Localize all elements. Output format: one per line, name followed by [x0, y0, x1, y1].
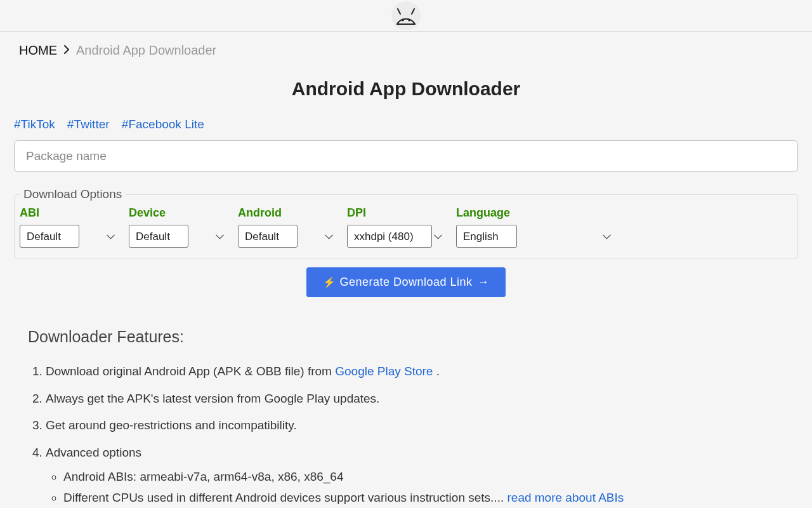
hashtag-facebooklite[interactable]: #Facebook Lite — [122, 117, 204, 131]
arrow-right-icon: → — [478, 276, 490, 289]
google-play-store-link[interactable]: Google Play Store — [335, 364, 433, 378]
breadcrumb-home[interactable]: HOME — [19, 43, 57, 58]
features-heading: Downloader Features: — [28, 328, 784, 346]
feature-item: Advanced options Android ABIs: armeabi-v… — [46, 444, 784, 507]
feature-item: Get around geo-restrictions and incompat… — [46, 417, 784, 435]
lightning-icon: ⚡ — [323, 276, 336, 288]
option-label: Language — [456, 206, 616, 220]
breadcrumb: HOME Android App Downloader — [14, 32, 798, 69]
option-col-language: LanguageEnglish — [456, 206, 616, 248]
download-options-fieldset: Download Options ABIDefaultDeviceDefault… — [14, 187, 798, 258]
option-select-abi[interactable]: Default — [20, 225, 79, 248]
option-col-device: DeviceDefault — [129, 206, 229, 248]
features-section: Downloader Features: Download original A… — [28, 328, 784, 507]
hashtag-tiktok[interactable]: #TikTok — [14, 117, 55, 131]
option-label: DPI — [347, 206, 447, 220]
feature-subitem: Different CPUs used in different Android… — [63, 489, 784, 507]
generate-download-link-button[interactable]: ⚡ Generate Download Link → — [306, 267, 506, 297]
page-title: Android App Downloader — [14, 78, 798, 100]
android-logo — [391, 1, 421, 30]
feature-item: Download original Android App (APK & OBB… — [46, 363, 784, 381]
features-list: Download original Android App (APK & OBB… — [28, 363, 784, 507]
svg-point-4 — [408, 19, 410, 21]
svg-line-1 — [398, 9, 400, 14]
option-col-abi: ABIDefault — [20, 206, 120, 248]
package-name-input[interactable] — [14, 140, 798, 172]
generate-button-label: Generate Download Link — [339, 276, 472, 289]
option-label: Android — [238, 206, 338, 220]
option-select-dpi[interactable]: xxhdpi (480) — [347, 225, 432, 248]
option-select-language[interactable]: English — [456, 225, 517, 248]
option-label: ABI — [20, 206, 120, 220]
option-col-dpi: DPIxxhdpi (480) — [347, 206, 447, 248]
svg-point-3 — [402, 19, 403, 21]
svg-line-2 — [412, 9, 414, 14]
feature-sublist: Android ABIs: armeabi-v7a, arm64-v8a, x8… — [46, 468, 784, 507]
read-more-abis-link[interactable]: read more about ABIs — [507, 491, 624, 504]
download-options-legend: Download Options — [20, 187, 126, 201]
option-col-android: AndroidDefault — [238, 206, 338, 248]
feature-subitem: Android ABIs: armeabi-v7a, arm64-v8a, x8… — [63, 468, 784, 486]
hashtag-list: #TikTok #Twitter #Facebook Lite — [14, 117, 798, 131]
hashtag-twitter[interactable]: #Twitter — [67, 117, 110, 131]
top-header — [0, 0, 812, 32]
breadcrumb-current: Android App Downloader — [76, 43, 216, 58]
option-select-android[interactable]: Default — [238, 225, 298, 248]
option-select-device[interactable]: Default — [129, 225, 188, 248]
feature-item: Always get the APK's latest version from… — [46, 390, 784, 408]
chevron-right-icon — [63, 45, 70, 56]
option-label: Device — [129, 206, 229, 220]
